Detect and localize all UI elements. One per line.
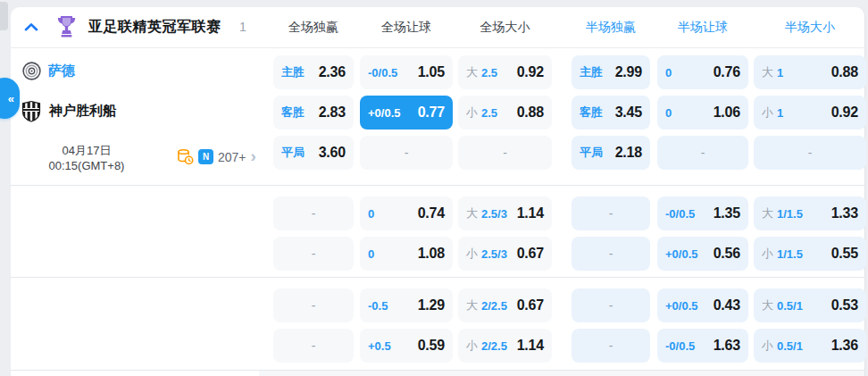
bet-label: -0/0.5 — [368, 66, 397, 79]
empty-odds-dash: - — [609, 206, 613, 221]
odds-cell[interactable]: -0/0.51.63 — [657, 329, 748, 363]
selection-label: +0/0.5 — [665, 299, 698, 313]
selection-label: -0/0.5 — [665, 339, 695, 353]
odds-cell[interactable]: +0/0.50.43 — [657, 288, 748, 322]
over-under-side-label: 大 — [466, 64, 478, 80]
odds-cell: - — [572, 237, 650, 271]
odds-value: 0.55 — [831, 246, 858, 262]
scrollbar-fragment — [0, 2, 8, 30]
bet-label: +0/0.5 — [665, 247, 698, 261]
odds-cell[interactable]: 小2.50.88 — [458, 96, 552, 130]
bet-label: 小1 — [762, 104, 783, 121]
odds-cell[interactable]: 平局3.60 — [273, 136, 354, 170]
bet-label: 小0.5/1 — [762, 338, 803, 354]
bet-label: 大2.5 — [466, 64, 497, 80]
selection-label: 主胜 — [580, 64, 603, 80]
odds-cell[interactable]: 小0.5/11.36 — [754, 329, 866, 363]
odds-cell[interactable]: 01.06 — [657, 96, 748, 130]
odds-value: 1.14 — [517, 205, 544, 221]
odds-cell[interactable]: 大2/2.50.67 — [458, 288, 552, 322]
next-section-edge — [259, 371, 864, 376]
over-under-side-label: 大 — [762, 297, 773, 313]
odds-value: 1.14 — [517, 338, 544, 354]
odds-cell[interactable]: 大1/1.51.33 — [754, 196, 866, 230]
odds-cell[interactable]: 小2/2.51.14 — [458, 329, 552, 363]
odds-cell[interactable]: 大0.5/10.53 — [754, 288, 866, 322]
selection-label: -0/0.5 — [665, 207, 695, 221]
odds-value: 3.45 — [615, 104, 642, 121]
bet-label: -0/0.5 — [665, 207, 695, 221]
group-divider — [11, 185, 864, 186]
bet-label: 客胜 — [281, 104, 305, 121]
over-under-side-label: 小 — [466, 338, 478, 354]
odds-cell[interactable]: 小1/1.50.55 — [754, 237, 866, 271]
odds-cell[interactable]: 00.74 — [360, 196, 453, 230]
bet-label: 客胜 — [580, 104, 603, 121]
selection-label: +0/0.5 — [665, 247, 698, 261]
selection-label: +0.5 — [368, 339, 391, 353]
odds-value: 1.29 — [418, 297, 445, 313]
odds-cell[interactable]: 主胜2.99 — [572, 55, 650, 89]
odds-value: 0.43 — [714, 297, 740, 313]
odds-cell: - — [273, 196, 354, 230]
over-under-side-label: 小 — [762, 246, 773, 262]
bet-label: 大1 — [762, 64, 783, 80]
odds-cell[interactable]: 客胜3.45 — [572, 96, 650, 130]
odds-cell[interactable]: 大10.88 — [754, 55, 866, 89]
selection-label: 1/1.5 — [777, 207, 803, 221]
odds-cell: - — [273, 329, 354, 363]
odds-cell[interactable]: 大2.5/31.14 — [458, 196, 552, 230]
selection-label: 0 — [368, 207, 374, 221]
bet-label: 平局 — [281, 145, 305, 161]
bet-label: 主胜 — [281, 64, 305, 80]
selection-label: 主胜 — [281, 64, 305, 80]
empty-odds-dash: - — [405, 146, 409, 160]
empty-odds-dash: - — [503, 146, 507, 160]
odds-cell[interactable]: 主胜2.36 — [273, 55, 354, 89]
selection-label: 客胜 — [580, 104, 603, 121]
odds-value: 0.56 — [714, 246, 740, 262]
odds-cell: - — [360, 136, 453, 170]
over-under-side-label: 大 — [762, 205, 773, 221]
selection-label: 1 — [777, 66, 783, 79]
odds-cell[interactable]: +0/0.50.77 — [360, 96, 453, 130]
odds-value: 3.60 — [319, 145, 346, 161]
league-odds-card: 亚足联精英冠军联赛 1 全场独赢全场让球全场大小半场独赢半场让球半场大小 萨德 — [11, 7, 865, 376]
odds-cell[interactable]: -0.51.29 — [360, 288, 453, 322]
bet-label: 0 — [665, 66, 672, 79]
selection-label: 平局 — [281, 145, 305, 161]
odds-value: 0.67 — [517, 246, 544, 262]
odds-cell[interactable]: +0/0.50.56 — [657, 237, 748, 271]
odds-cell[interactable]: 客胜2.83 — [273, 96, 354, 130]
selection-label: +0/0.5 — [368, 106, 401, 120]
bet-label: 小2.5/3 — [466, 246, 507, 262]
odds-value: 0.74 — [418, 205, 445, 221]
odds-cell[interactable]: -0/0.51.35 — [657, 196, 748, 230]
odds-cell: - — [754, 136, 866, 170]
odds-cell[interactable]: 小2.5/30.67 — [458, 237, 552, 271]
odds-cell: - — [273, 288, 354, 322]
odds-cell[interactable]: -0/0.51.05 — [360, 55, 453, 89]
odds-cell: - — [572, 196, 650, 230]
bet-label: 0 — [665, 106, 672, 120]
odds-value: 0.53 — [831, 297, 858, 313]
odds-cell[interactable]: 01.08 — [360, 237, 453, 271]
selection-label: 2.5 — [481, 66, 497, 79]
bet-label: 小2.5 — [466, 104, 497, 121]
odds-cell[interactable]: 平局2.18 — [572, 136, 650, 170]
odds-cell: - — [572, 288, 650, 322]
selection-label: 2.5/3 — [481, 247, 507, 261]
odds-cell[interactable]: +0.50.59 — [360, 329, 453, 363]
empty-odds-dash: - — [609, 338, 613, 353]
empty-odds-dash: - — [609, 246, 613, 261]
odds-value: 2.36 — [319, 64, 346, 80]
odds-cell[interactable]: 大2.50.92 — [458, 55, 552, 89]
bet-label: -0/0.5 — [665, 339, 695, 353]
odds-cell[interactable]: 00.76 — [657, 55, 748, 89]
double-chevron-left-icon: « — [8, 93, 14, 104]
odds-cell[interactable]: 小10.92 — [754, 96, 866, 130]
odds-value: 0.59 — [418, 338, 445, 354]
odds-value: 2.18 — [615, 145, 642, 161]
over-under-side-label: 小 — [762, 104, 773, 121]
group-divider — [11, 277, 864, 278]
